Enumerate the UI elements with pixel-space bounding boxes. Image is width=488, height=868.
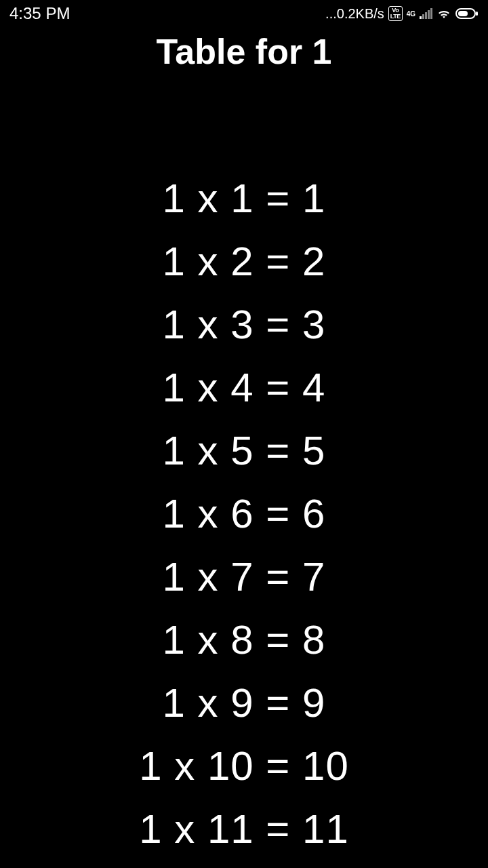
multiplication-table-list: 1 x 1 = 1 1 x 2 = 2 1 x 3 = 3 1 x 4 = 4 … bbox=[0, 167, 488, 861]
table-row: 1 x 7 = 7 bbox=[0, 545, 488, 608]
table-row: 1 x 10 = 10 bbox=[0, 734, 488, 797]
status-bar-right: ...0.2KB/s VoLTE 4G bbox=[325, 6, 479, 22]
table-row: 1 x 3 = 3 bbox=[0, 293, 488, 356]
page-title: Table for 1 bbox=[0, 31, 488, 72]
table-row: 1 x 4 = 4 bbox=[0, 356, 488, 419]
table-row: 1 x 5 = 5 bbox=[0, 419, 488, 482]
signal-icon bbox=[420, 8, 432, 19]
status-data-rate: ...0.2KB/s bbox=[325, 6, 384, 22]
volte-icon: VoLTE bbox=[388, 6, 403, 21]
svg-rect-2 bbox=[476, 12, 478, 16]
table-row: 1 x 9 = 9 bbox=[0, 671, 488, 734]
table-row: 1 x 11 = 11 bbox=[0, 797, 488, 861]
wifi-icon bbox=[436, 7, 451, 20]
status-bar-left: 4:35 PM bbox=[9, 4, 70, 23]
table-row: 1 x 2 = 2 bbox=[0, 230, 488, 293]
battery-icon bbox=[455, 7, 479, 20]
network-type-indicator: 4G bbox=[407, 10, 415, 18]
table-row: 1 x 1 = 1 bbox=[0, 167, 488, 230]
status-bar: 4:35 PM ...0.2KB/s VoLTE 4G bbox=[0, 0, 488, 27]
svg-rect-1 bbox=[458, 11, 468, 16]
table-row: 1 x 6 = 6 bbox=[0, 482, 488, 545]
status-time: 4:35 PM bbox=[9, 4, 70, 23]
table-row: 1 x 8 = 8 bbox=[0, 608, 488, 671]
